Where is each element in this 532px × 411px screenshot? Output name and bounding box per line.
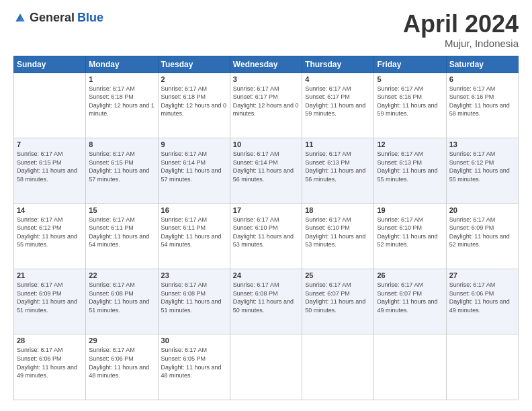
day-info: Sunrise: 6:17 AM Sunset: 6:16 PM Dayligh… [449, 85, 515, 118]
calendar-cell: 8Sunrise: 6:17 AM Sunset: 6:15 PM Daylig… [86, 138, 158, 203]
calendar-cell: 21Sunrise: 6:17 AM Sunset: 6:09 PM Dayli… [14, 269, 86, 334]
calendar-cell: 29Sunrise: 6:17 AM Sunset: 6:06 PM Dayli… [86, 334, 158, 400]
day-info: Sunrise: 6:17 AM Sunset: 6:10 PM Dayligh… [377, 216, 443, 249]
day-info: Sunrise: 6:17 AM Sunset: 6:06 PM Dayligh… [89, 346, 154, 379]
calendar-cell: 23Sunrise: 6:17 AM Sunset: 6:08 PM Dayli… [158, 269, 230, 334]
logo: GeneralBlue [13, 11, 103, 25]
day-number: 16 [161, 206, 227, 214]
calendar-header-wednesday: Wednesday [230, 56, 302, 73]
day-info: Sunrise: 6:17 AM Sunset: 6:13 PM Dayligh… [305, 150, 371, 183]
logo-blue: Blue [77, 11, 103, 25]
calendar-header-sunday: Sunday [14, 56, 86, 73]
calendar-header-tuesday: Tuesday [158, 56, 230, 73]
day-info: Sunrise: 6:17 AM Sunset: 6:11 PM Dayligh… [161, 216, 227, 249]
calendar-cell: 30Sunrise: 6:17 AM Sunset: 6:05 PM Dayli… [158, 334, 230, 400]
day-info: Sunrise: 6:17 AM Sunset: 6:06 PM Dayligh… [17, 346, 83, 379]
calendar-cell: 7Sunrise: 6:17 AM Sunset: 6:15 PM Daylig… [14, 138, 86, 203]
day-number: 20 [449, 206, 515, 214]
day-number: 25 [305, 271, 371, 279]
calendar-header-friday: Friday [374, 56, 446, 73]
day-info: Sunrise: 6:17 AM Sunset: 6:05 PM Dayligh… [161, 346, 227, 379]
calendar-cell: 1Sunrise: 6:17 AM Sunset: 6:18 PM Daylig… [86, 73, 158, 138]
calendar-week-row: 14Sunrise: 6:17 AM Sunset: 6:12 PM Dayli… [14, 203, 519, 269]
day-number: 2 [161, 75, 227, 83]
day-info: Sunrise: 6:17 AM Sunset: 6:08 PM Dayligh… [233, 281, 299, 314]
day-info: Sunrise: 6:17 AM Sunset: 6:06 PM Dayligh… [449, 281, 515, 314]
day-number: 3 [233, 75, 299, 83]
calendar-cell: 24Sunrise: 6:17 AM Sunset: 6:08 PM Dayli… [230, 269, 302, 334]
title-block: April 2024 Mujur, Indonesia [403, 11, 519, 49]
calendar-cell [230, 334, 302, 400]
calendar-cell: 22Sunrise: 6:17 AM Sunset: 6:08 PM Dayli… [86, 269, 158, 334]
day-info: Sunrise: 6:17 AM Sunset: 6:11 PM Dayligh… [89, 216, 154, 249]
calendar-header-monday: Monday [86, 56, 158, 73]
day-info: Sunrise: 6:17 AM Sunset: 6:14 PM Dayligh… [233, 150, 299, 183]
day-number: 27 [449, 271, 515, 279]
day-info: Sunrise: 6:17 AM Sunset: 6:18 PM Dayligh… [161, 85, 227, 118]
day-info: Sunrise: 6:17 AM Sunset: 6:08 PM Dayligh… [89, 281, 154, 314]
calendar-cell: 17Sunrise: 6:17 AM Sunset: 6:10 PM Dayli… [230, 203, 302, 269]
day-number: 30 [161, 336, 227, 345]
day-number: 26 [377, 271, 443, 279]
calendar-cell [374, 334, 446, 400]
calendar-week-row: 7Sunrise: 6:17 AM Sunset: 6:15 PM Daylig… [14, 138, 519, 203]
calendar-cell: 20Sunrise: 6:17 AM Sunset: 6:09 PM Dayli… [446, 203, 518, 269]
day-info: Sunrise: 6:17 AM Sunset: 6:09 PM Dayligh… [17, 281, 83, 314]
calendar-table: SundayMondayTuesdayWednesdayThursdayFrid… [13, 56, 519, 400]
calendar-week-row: 28Sunrise: 6:17 AM Sunset: 6:06 PM Dayli… [14, 334, 519, 400]
day-info: Sunrise: 6:17 AM Sunset: 6:07 PM Dayligh… [305, 281, 371, 314]
day-info: Sunrise: 6:17 AM Sunset: 6:07 PM Dayligh… [377, 281, 443, 314]
calendar-cell: 15Sunrise: 6:17 AM Sunset: 6:11 PM Dayli… [86, 203, 158, 269]
day-info: Sunrise: 6:17 AM Sunset: 6:12 PM Dayligh… [449, 150, 515, 183]
day-number: 19 [377, 206, 443, 214]
calendar-cell: 4Sunrise: 6:17 AM Sunset: 6:17 PM Daylig… [302, 73, 374, 138]
title-month: April 2024 [403, 11, 519, 38]
logo-general: General [30, 11, 75, 25]
day-number: 22 [89, 271, 154, 279]
day-info: Sunrise: 6:17 AM Sunset: 6:10 PM Dayligh… [305, 216, 371, 249]
day-number: 13 [449, 140, 515, 148]
day-info: Sunrise: 6:17 AM Sunset: 6:13 PM Dayligh… [377, 150, 443, 183]
day-number: 14 [17, 206, 83, 214]
calendar-cell: 26Sunrise: 6:17 AM Sunset: 6:07 PM Dayli… [374, 269, 446, 334]
calendar-cell: 27Sunrise: 6:17 AM Sunset: 6:06 PM Dayli… [446, 269, 518, 334]
day-number: 8 [89, 140, 154, 148]
day-info: Sunrise: 6:17 AM Sunset: 6:08 PM Dayligh… [161, 281, 227, 314]
day-info: Sunrise: 6:17 AM Sunset: 6:09 PM Dayligh… [449, 216, 515, 249]
calendar-cell [302, 334, 374, 400]
calendar-cell [446, 334, 518, 400]
calendar-week-row: 21Sunrise: 6:17 AM Sunset: 6:09 PM Dayli… [14, 269, 519, 334]
day-number: 28 [17, 336, 83, 345]
calendar-cell: 14Sunrise: 6:17 AM Sunset: 6:12 PM Dayli… [14, 203, 86, 269]
day-number: 4 [305, 75, 371, 83]
day-info: Sunrise: 6:17 AM Sunset: 6:10 PM Dayligh… [233, 216, 299, 249]
day-number: 21 [17, 271, 83, 279]
day-number: 23 [161, 271, 227, 279]
calendar-header-thursday: Thursday [302, 56, 374, 73]
page: GeneralBlue April 2024 Mujur, Indonesia … [0, 0, 532, 411]
day-info: Sunrise: 6:17 AM Sunset: 6:17 PM Dayligh… [305, 85, 371, 118]
calendar-cell: 19Sunrise: 6:17 AM Sunset: 6:10 PM Dayli… [374, 203, 446, 269]
day-info: Sunrise: 6:17 AM Sunset: 6:15 PM Dayligh… [89, 150, 154, 183]
day-number: 29 [89, 336, 154, 345]
calendar-cell: 11Sunrise: 6:17 AM Sunset: 6:13 PM Dayli… [302, 138, 374, 203]
calendar-cell: 18Sunrise: 6:17 AM Sunset: 6:10 PM Dayli… [302, 203, 374, 269]
calendar-cell [14, 73, 86, 138]
calendar-cell: 25Sunrise: 6:17 AM Sunset: 6:07 PM Dayli… [302, 269, 374, 334]
day-info: Sunrise: 6:17 AM Sunset: 6:16 PM Dayligh… [377, 85, 443, 118]
calendar-header-row: SundayMondayTuesdayWednesdayThursdayFrid… [14, 56, 519, 73]
day-number: 11 [305, 140, 371, 148]
day-number: 5 [377, 75, 443, 83]
day-info: Sunrise: 6:17 AM Sunset: 6:17 PM Dayligh… [233, 85, 299, 118]
calendar-cell: 9Sunrise: 6:17 AM Sunset: 6:14 PM Daylig… [158, 138, 230, 203]
calendar-cell: 2Sunrise: 6:17 AM Sunset: 6:18 PM Daylig… [158, 73, 230, 138]
calendar-cell: 13Sunrise: 6:17 AM Sunset: 6:12 PM Dayli… [446, 138, 518, 203]
calendar-cell: 3Sunrise: 6:17 AM Sunset: 6:17 PM Daylig… [230, 73, 302, 138]
calendar-cell: 12Sunrise: 6:17 AM Sunset: 6:13 PM Dayli… [374, 138, 446, 203]
day-number: 10 [233, 140, 299, 148]
day-number: 6 [449, 75, 515, 83]
calendar-cell: 28Sunrise: 6:17 AM Sunset: 6:06 PM Dayli… [14, 334, 86, 400]
day-number: 15 [89, 206, 154, 214]
day-info: Sunrise: 6:17 AM Sunset: 6:18 PM Dayligh… [89, 85, 154, 118]
calendar-cell: 10Sunrise: 6:17 AM Sunset: 6:14 PM Dayli… [230, 138, 302, 203]
